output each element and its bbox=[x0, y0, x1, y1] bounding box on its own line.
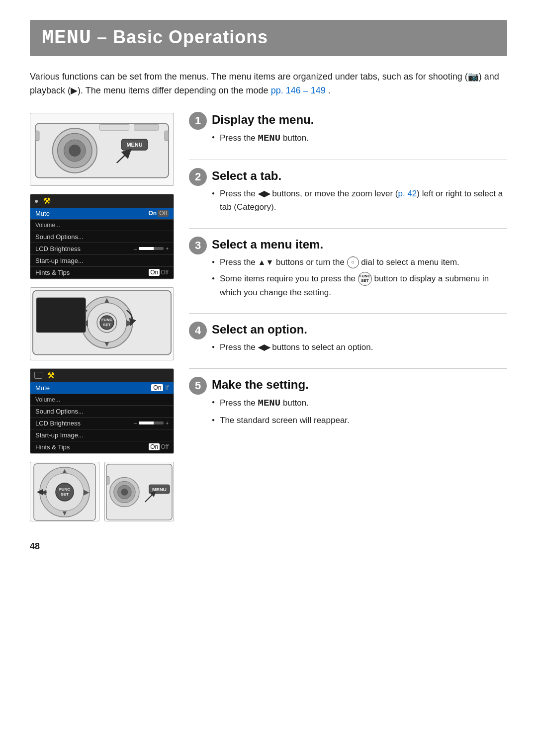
svg-text:FUNC: FUNC bbox=[59, 487, 70, 492]
step-3-bullet-2: Some items require you to press the FUNC… bbox=[212, 272, 507, 300]
svg-rect-10 bbox=[99, 124, 129, 130]
step-5-body: Press the MENU button. The standard scre… bbox=[212, 396, 507, 427]
step-3-bullet-1: Press the ▲▼ buttons or turn the ○ dial … bbox=[212, 255, 507, 269]
step-4-title: Select an option. bbox=[212, 323, 507, 336]
svg-rect-11 bbox=[134, 124, 159, 130]
menu-screen-1-box: ● ⚒ Mute On Off Volume... Sound Options.… bbox=[30, 194, 174, 279]
menu-screen-1: ● ⚒ Mute On Off Volume... Sound Options.… bbox=[30, 194, 174, 279]
menu-row-startupimage-2: Start-up Image... bbox=[30, 429, 174, 441]
step-2-number: 2 bbox=[189, 168, 207, 186]
svg-text:MENU: MENU bbox=[152, 487, 167, 492]
func-set-svg: FUNC SET ▲ ▼ ◀ ▶ bbox=[30, 462, 99, 521]
step-2-content: Select a tab. Press the ◀▶ buttons, or m… bbox=[212, 169, 507, 216]
bottom-pair-images: FUNC SET ▲ ▼ ◀ ▶ bbox=[30, 462, 174, 521]
step-divider-3 bbox=[189, 313, 507, 314]
step-divider-2 bbox=[189, 228, 507, 229]
svg-text:MENU: MENU bbox=[126, 142, 142, 148]
step-1: 1 Display the menu. Press the MENU butto… bbox=[189, 113, 507, 148]
svg-rect-40 bbox=[106, 476, 109, 484]
svg-rect-23 bbox=[36, 298, 86, 333]
step-2: 2 Select a tab. Press the ◀▶ buttons, or… bbox=[189, 169, 507, 216]
step-2-title: Select a tab. bbox=[212, 169, 507, 183]
step-5: 5 Make the setting. Press the MENU butto… bbox=[189, 378, 507, 429]
step-5-content: Make the setting. Press the MENU button.… bbox=[212, 378, 507, 429]
func-set-view-box: FUNC SET ▲ ▼ ◀ ▶ bbox=[30, 462, 99, 521]
step-4-number: 4 bbox=[189, 322, 207, 339]
svg-text:▼: ▼ bbox=[61, 509, 68, 517]
svg-point-39 bbox=[121, 489, 128, 496]
svg-point-4 bbox=[69, 145, 81, 157]
step-5-title: Make the setting. bbox=[212, 378, 507, 392]
svg-text:FUNC: FUNC bbox=[101, 318, 112, 322]
step-1-bullet-1: Press the MENU button. bbox=[212, 131, 507, 146]
step-2-bullet-1: Press the ◀▶ buttons, or move the zoom l… bbox=[212, 187, 507, 214]
menu-row-soundoptions-1: Sound Options... bbox=[30, 231, 174, 243]
menu-row-hintstips-2: Hints & Tips On Off bbox=[30, 441, 174, 453]
step-1-title: Display the menu. bbox=[212, 113, 507, 127]
step-2-body: Press the ◀▶ buttons, or move the zoom l… bbox=[212, 187, 507, 214]
step-1-content: Display the menu. Press the MENU button. bbox=[212, 113, 507, 148]
step-5-bullet-1: Press the MENU button. bbox=[212, 396, 507, 411]
page-number: 48 bbox=[30, 541, 507, 552]
p42-link[interactable]: p. 42 bbox=[398, 189, 417, 198]
camera-top-view-svg: MENU bbox=[30, 113, 174, 183]
camera-back-view-box: FUNC SET ▲ ▼ ◀ ▶ bbox=[30, 287, 174, 360]
svg-rect-8 bbox=[35, 131, 39, 141]
page-title: MENU – Basic Operations bbox=[42, 27, 495, 49]
menu-row-soundoptions-2: Sound Options... bbox=[30, 406, 174, 418]
step-1-number: 1 bbox=[189, 112, 207, 130]
step-3-number: 3 bbox=[189, 237, 207, 254]
step-3: 3 Select a menu item. Press the ▲▼ butto… bbox=[189, 238, 507, 302]
right-column-steps: 1 Display the menu. Press the MENU butto… bbox=[189, 113, 507, 521]
svg-text:SET: SET bbox=[61, 492, 69, 497]
page-title-bar: MENU – Basic Operations bbox=[30, 20, 507, 56]
step-5-number: 5 bbox=[189, 377, 207, 395]
step-4-content: Select an option. Press the ◀▶ buttons t… bbox=[212, 323, 507, 356]
page-reference-link[interactable]: pp. 146 – 149 bbox=[271, 85, 326, 95]
menu-screen-2: ⚒ Mute On If Volume... Sound Options... … bbox=[30, 369, 174, 453]
intro-paragraph: Various functions can be set from the me… bbox=[30, 70, 507, 98]
func-set-icon: FUNCSET bbox=[358, 272, 372, 286]
menu-row-mute-1: Mute On Off bbox=[30, 208, 174, 220]
left-column-images: MENU ● bbox=[30, 113, 174, 521]
step-4: 4 Select an option. Press the ◀▶ buttons… bbox=[189, 323, 507, 356]
menu-row-hintstips-1: Hints & Tips On Off bbox=[30, 267, 174, 279]
camera-back-view-svg: FUNC SET ▲ ▼ ◀ ▶ bbox=[30, 288, 174, 357]
step-divider-4 bbox=[189, 368, 507, 369]
svg-text:▼: ▼ bbox=[103, 339, 111, 347]
step-3-title: Select a menu item. bbox=[212, 238, 507, 252]
svg-text:SET: SET bbox=[103, 323, 111, 327]
menu-row-volume-1: Volume... bbox=[30, 220, 174, 231]
step-3-content: Select a menu item. Press the ▲▼ buttons… bbox=[212, 238, 507, 302]
svg-text:▲: ▲ bbox=[103, 296, 111, 304]
step-3-body: Press the ▲▼ buttons or turn the ○ dial … bbox=[212, 255, 507, 300]
menu-row-lcdbrightness-1: LCD Brightness – + bbox=[30, 243, 174, 255]
step-divider-1 bbox=[189, 160, 507, 160]
main-layout: MENU ● bbox=[30, 113, 507, 521]
camera-menu-btn-box: MENU bbox=[104, 462, 174, 521]
step-4-bullet-1: Press the ◀▶ buttons to select an option… bbox=[212, 340, 507, 354]
menu-row-lcdbrightness-2: LCD Brightness – + bbox=[30, 418, 174, 429]
svg-rect-9 bbox=[165, 131, 169, 141]
step-1-body: Press the MENU button. bbox=[212, 131, 507, 146]
camera-menu-btn-svg: MENU bbox=[105, 462, 174, 521]
menu-header-1: ● ⚒ bbox=[30, 194, 174, 208]
svg-text:▲: ▲ bbox=[61, 467, 68, 475]
svg-text:▶: ▶ bbox=[84, 488, 90, 496]
menu-row-mute-2: Mute On If bbox=[30, 382, 174, 394]
menu-screen-2-box: ⚒ Mute On If Volume... Sound Options... … bbox=[30, 368, 174, 454]
menu-row-volume-2: Volume... bbox=[30, 394, 174, 406]
menu-header-2: ⚒ bbox=[30, 369, 174, 382]
dial-icon: ○ bbox=[347, 256, 359, 268]
step-5-bullet-2: The standard screen will reappear. bbox=[212, 414, 507, 427]
menu-row-startupimage-1: Start-up Image... bbox=[30, 255, 174, 267]
step-4-body: Press the ◀▶ buttons to select an option… bbox=[212, 340, 507, 354]
camera-top-view-box: MENU bbox=[30, 113, 174, 186]
